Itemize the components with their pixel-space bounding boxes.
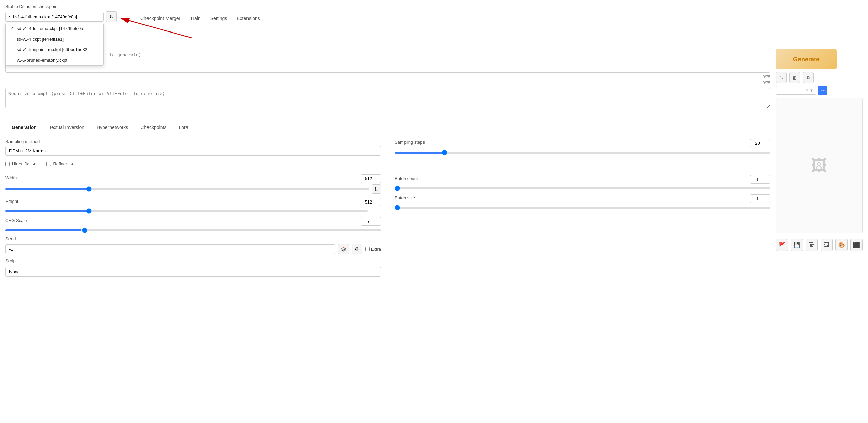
zip-button[interactable]: 🗜	[806, 239, 818, 251]
swap-icon: ⇅	[374, 186, 378, 192]
nav-tab-settings[interactable]: Settings	[210, 14, 228, 22]
refiner-checkbox[interactable]	[46, 162, 51, 166]
copy-icon: ⧉	[807, 75, 810, 81]
batch-count-input[interactable]	[750, 175, 770, 184]
dice-button[interactable]: 🎲	[338, 244, 349, 254]
height-input[interactable]	[361, 198, 381, 206]
checkpoint-select-wrapper: sd-v1-4-full-ema.ckpt [14749efc0a] sd-v1…	[5, 11, 117, 22]
watermark-icon: ⬛	[853, 242, 860, 248]
prompt-input[interactable]	[5, 49, 770, 73]
dropdown-item-1[interactable]: ✓ sd-v1-4-full-ema.ckpt [14749efc0a]	[6, 23, 103, 34]
checkpoint-select[interactable]: sd-v1-4-full-ema.ckpt [14749efc0a] sd-v1…	[5, 12, 104, 22]
dropdown-item-label-2: sd-v1-4.ckpt [fe4efff1e1]	[17, 37, 64, 42]
script-label: Script	[5, 258, 381, 263]
batch-count-label: Batch count	[395, 176, 418, 181]
refresh-checkpoint-button[interactable]: ↻	[106, 11, 117, 22]
height-slider[interactable]	[5, 210, 368, 212]
tab-textual-inversion[interactable]: Textual Inversion	[43, 122, 91, 133]
hires-refiner-row: Hires. fix ◄ Refiner ◄	[5, 161, 381, 170]
negative-prompt-input[interactable]	[5, 88, 770, 108]
sampling-method-group: Sampling method DPM++ 2M Karras Euler a …	[5, 139, 381, 156]
generate-button[interactable]: Generate	[776, 49, 837, 69]
hires-fix-checkbox-label[interactable]: Hires. fix	[5, 161, 29, 166]
watermark-button[interactable]: ⬛	[850, 239, 863, 251]
extra-label-text: Extra	[371, 247, 381, 252]
dropdown-item-4[interactable]: v1-5-pruned-emaonly.ckpt	[6, 55, 103, 65]
palette-button[interactable]: 🎨	[835, 239, 848, 251]
tabs-section: Generation Textual Inversion Hypernetwor…	[5, 118, 770, 277]
nav-tab-extensions[interactable]: Extensions	[236, 14, 260, 22]
gallery-icon: 🖼	[824, 242, 829, 248]
style-select-wrapper: × ▼	[776, 86, 816, 95]
chevron-down-icon[interactable]: ▼	[810, 88, 813, 92]
save-button[interactable]: 💾	[791, 239, 803, 251]
refiner-group: Refiner ◄	[46, 161, 74, 166]
tab-generation[interactable]: Generation	[5, 122, 43, 133]
extra-checkbox-label[interactable]: Extra	[365, 247, 381, 252]
batch-count-header: Batch count	[395, 175, 770, 184]
nav-tab-checkpoint-merger[interactable]: Checkpoint Merger	[140, 14, 181, 22]
sampling-steps-slider[interactable]	[395, 152, 770, 154]
dropdown-item-3[interactable]: sd-v1-5-inpainting.ckpt [c6bbc15e32]	[6, 44, 103, 55]
sampling-method-select[interactable]: DPM++ 2M Karras Euler a Euler LMS DDIM	[5, 146, 381, 156]
right-panel: Generate ⤡ 🗑 ⧉ × ▼	[776, 49, 863, 277]
batch-count-slider[interactable]	[395, 187, 770, 189]
generation-controls: Sampling method DPM++ 2M Karras Euler a …	[5, 139, 770, 277]
refresh-icon: ↻	[109, 14, 114, 20]
toolbar-row-1: ⤡ 🗑 ⧉	[776, 72, 863, 83]
sampling-method-label: Sampling method	[5, 139, 381, 144]
cfg-scale-header: CFG Scale	[5, 217, 381, 226]
edit-icon: ✏	[821, 88, 825, 93]
style-row: × ▼ ✏	[776, 86, 863, 95]
hires-fix-toggle-arrow[interactable]: ◄	[32, 162, 36, 166]
cfg-scale-slider[interactable]	[5, 229, 381, 231]
refiner-label: Refiner	[53, 161, 67, 166]
hires-fix-group: Hires. fix ◄	[5, 161, 36, 166]
extra-checkbox[interactable]	[365, 247, 370, 251]
recycle-seed-button[interactable]: ♻	[352, 244, 362, 254]
batch-size-header: Batch size	[395, 194, 770, 203]
width-slider[interactable]	[5, 188, 369, 190]
negative-prompt-wrapper: 0/75	[5, 81, 770, 109]
script-section: Script None X/Y/Z plot Prompt matrix	[5, 258, 381, 277]
batch-size-label: Batch size	[395, 195, 415, 200]
minimize-button[interactable]: ⤡	[776, 72, 787, 83]
cfg-scale-input[interactable]	[361, 217, 381, 226]
dropdown-item-2[interactable]: sd-v1-4.ckpt [fe4efff1e1]	[6, 34, 103, 44]
close-icon[interactable]: ×	[806, 88, 808, 93]
checkpoint-area: Stable Diffusion checkpoint sd-v1-4-full…	[5, 4, 117, 22]
seed-input[interactable]	[5, 244, 335, 254]
tab-checkpoints[interactable]: Checkpoints	[134, 122, 173, 133]
batch-size-input[interactable]	[750, 194, 770, 203]
sampling-method-row: DPM++ 2M Karras Euler a Euler LMS DDIM	[5, 146, 381, 156]
edit-style-button[interactable]: ✏	[818, 86, 827, 95]
prompt-count: 0/75	[5, 75, 770, 79]
refiner-checkbox-label[interactable]: Refiner	[46, 161, 67, 166]
width-slider-row: ⇅	[5, 184, 381, 194]
sampling-steps-input[interactable]	[750, 139, 770, 147]
cfg-scale-label: CFG Scale	[5, 218, 27, 223]
tab-hypernetworks[interactable]: Hypernetworks	[91, 122, 134, 133]
swap-dimensions-button[interactable]: ⇅	[372, 184, 381, 194]
send-to-flag-button[interactable]: 🚩	[776, 239, 788, 251]
trash-button[interactable]: 🗑	[789, 72, 800, 83]
checkmark-icon: ✓	[10, 26, 15, 31]
recycle-icon: ♻	[355, 246, 359, 252]
minimize-icon: ⤡	[779, 75, 783, 80]
script-select[interactable]: None X/Y/Z plot Prompt matrix	[5, 267, 381, 277]
generation-left-col: Sampling method DPM++ 2M Karras Euler a …	[5, 139, 381, 277]
save-icon: 💾	[793, 242, 800, 248]
copy-button[interactable]: ⧉	[803, 72, 814, 83]
hires-fix-checkbox[interactable]	[5, 162, 10, 166]
top-section: Stable Diffusion checkpoint sd-v1-4-full…	[5, 4, 863, 25]
nav-area: Checkpoint Merger Train Settings Extensi…	[119, 4, 261, 25]
width-input[interactable]	[361, 174, 381, 183]
nav-tab-train[interactable]: Train	[189, 14, 201, 22]
height-header: Height	[5, 198, 381, 206]
batch-size-slider[interactable]	[395, 207, 770, 209]
refiner-toggle-arrow[interactable]: ◄	[70, 162, 74, 166]
tab-lora[interactable]: Lora	[173, 122, 194, 133]
send-to-gallery-button[interactable]: 🖼	[821, 239, 833, 251]
cfg-scale-group: CFG Scale	[5, 217, 381, 232]
dropdown-item-label-4: v1-5-pruned-emaonly.ckpt	[17, 58, 67, 63]
